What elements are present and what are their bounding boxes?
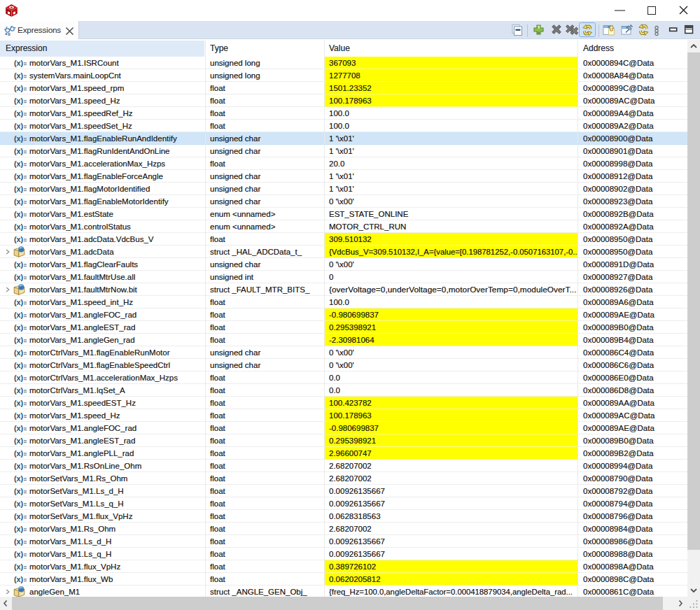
svg-text:(x): (x) <box>14 462 24 470</box>
svg-text:(x): (x) <box>14 159 24 168</box>
svg-text:(x): (x) <box>14 487 24 495</box>
svg-text:(x): (x) <box>14 537 24 546</box>
svg-text:(x): (x) <box>14 449 24 458</box>
svg-text:(x): (x) <box>14 59 24 67</box>
svg-text:(x): (x) <box>14 222 24 231</box>
svg-text:(x): (x) <box>14 336 24 344</box>
svg-text:(x): (x) <box>14 399 24 407</box>
svg-text:(x): (x) <box>14 411 24 420</box>
svg-text:(x): (x) <box>14 512 24 520</box>
svg-text:(x): (x) <box>14 386 24 395</box>
svg-text:(x): (x) <box>14 298 24 306</box>
svg-text:(x): (x) <box>14 210 24 218</box>
svg-text:(x): (x) <box>14 122 24 130</box>
svg-text:(x): (x) <box>14 260 24 269</box>
svg-text:(x): (x) <box>14 84 24 92</box>
svg-text:(x): (x) <box>14 575 24 583</box>
svg-text:(x): (x) <box>14 97 24 105</box>
svg-text:(x): (x) <box>14 424 24 432</box>
svg-text:(x): (x) <box>14 147 24 155</box>
svg-text:(x): (x) <box>14 311 24 319</box>
svg-text:(x): (x) <box>14 361 24 369</box>
svg-text:(x): (x) <box>14 71 24 80</box>
svg-text:(x): (x) <box>14 235 24 243</box>
svg-text:(x): (x) <box>14 474 24 483</box>
svg-text:(x): (x) <box>14 185 24 193</box>
svg-text:(x): (x) <box>14 550 24 558</box>
svg-text:(x): (x) <box>14 499 24 508</box>
svg-text:(x): (x) <box>14 348 24 357</box>
svg-text:(x): (x) <box>14 562 24 571</box>
svg-text:(x): (x) <box>14 374 24 382</box>
svg-text:(x): (x) <box>14 197 24 206</box>
svg-text:(x): (x) <box>14 109 24 118</box>
svg-text:(x): (x) <box>14 172 24 180</box>
svg-text:(x): (x) <box>14 437 24 445</box>
svg-text:(x): (x) <box>14 134 24 143</box>
svg-text:(x): (x) <box>14 525 24 533</box>
svg-text:(x): (x) <box>14 273 24 281</box>
svg-text:(x): (x) <box>14 323 24 332</box>
